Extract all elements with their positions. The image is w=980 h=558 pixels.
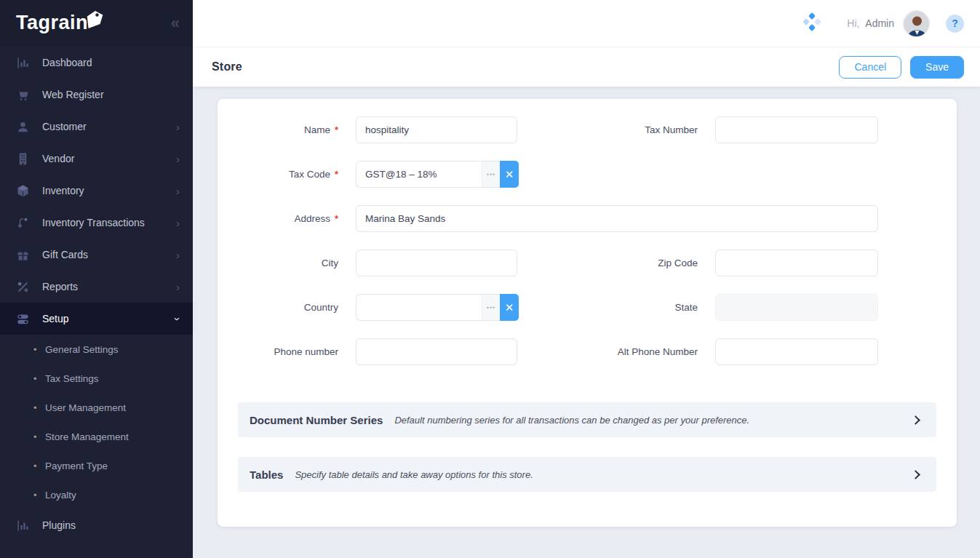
cart-icon [15, 87, 31, 103]
bullet-icon [33, 490, 45, 501]
transactions-icon [15, 215, 31, 231]
accordion-sections: Document Number Series Default numbering… [218, 383, 957, 492]
user-avatar[interactable] [903, 10, 930, 37]
bar-chart-icon [15, 517, 31, 533]
greeting-prefix: Hi, [847, 17, 859, 29]
lookup-ellipsis-icon[interactable] [482, 161, 500, 188]
sidebar-nav: Dashboard Web Register Customer Vendor [0, 47, 193, 558]
reports-icon [15, 279, 31, 295]
label-text: Address [294, 213, 330, 224]
cancel-button[interactable]: Cancel [839, 56, 901, 79]
chevron-down-icon [176, 314, 180, 324]
form-row: City Zip Code [218, 250, 957, 276]
sidebar-item-plugins[interactable]: Plugins [0, 509, 193, 541]
country-label: Country [218, 302, 338, 313]
alt-phone-number-input[interactable] [715, 338, 878, 365]
clear-x-icon[interactable] [500, 294, 519, 321]
bullet-icon [33, 431, 45, 442]
zip-code-input[interactable] [715, 250, 878, 276]
brand-logo[interactable]: Tagrain [16, 12, 104, 35]
label-text: Tax Code [289, 169, 330, 180]
city-input[interactable] [356, 250, 517, 276]
tax-number-input[interactable] [715, 116, 878, 143]
sidebar-collapse-icon[interactable]: « [171, 15, 180, 31]
apps-diamond-icon[interactable] [802, 12, 822, 35]
sidebar-item-dashboard[interactable]: Dashboard [0, 47, 193, 79]
name-input[interactable] [356, 116, 517, 143]
clear-x-icon[interactable] [500, 161, 519, 188]
app-root: { "app": { "brand": "Tagrain" }, "sideba… [0, 0, 980, 558]
sidebar-item-reports[interactable]: Reports [0, 271, 193, 303]
help-icon[interactable] [946, 15, 964, 33]
form-row: Phone number Alt Phone Number [218, 338, 957, 365]
user-name: Admin [865, 17, 894, 29]
setup-submenu: General Settings Tax Settings User Manag… [0, 335, 193, 509]
label-text: Zip Code [658, 258, 698, 268]
page-header: Store Cancel Save [193, 47, 980, 87]
form-row: Country State [218, 294, 957, 321]
sidebar-item-label: Inventory [42, 185, 176, 196]
state-label: State [574, 302, 698, 313]
form-row: Tax Code [218, 161, 957, 188]
store-form: Name Tax Number Tax Code [218, 116, 957, 365]
submenu-item-loyalty[interactable]: Loyalty [0, 480, 193, 509]
tax-code-label: Tax Code [218, 169, 338, 180]
store-form-card: Name Tax Number Tax Code [218, 99, 957, 527]
submenu-item-user-management[interactable]: User Management [0, 393, 193, 422]
person-icon [15, 119, 31, 135]
label-text: Phone number [274, 346, 338, 357]
section-title: Document Number Series [250, 414, 383, 426]
tax-number-label: Tax Number [574, 124, 698, 135]
section-document-number-series[interactable]: Document Number Series Default numbering… [238, 402, 936, 437]
submenu-item-tax-settings[interactable]: Tax Settings [0, 364, 193, 393]
sidebar-item-label: Customer [42, 121, 176, 132]
sidebar-item-vendor[interactable]: Vendor [0, 143, 193, 175]
address-input[interactable] [356, 205, 878, 232]
chevron-right-icon [911, 415, 920, 425]
sidebar-item-label: Gift Cards [42, 249, 176, 260]
submenu-item-label: Loyalty [45, 490, 76, 501]
submenu-item-general-settings[interactable]: General Settings [0, 335, 193, 364]
city-label: City [218, 258, 338, 268]
submenu-item-label: General Settings [45, 344, 119, 355]
required-asterisk [335, 213, 338, 224]
sidebar-item-customer[interactable]: Customer [0, 111, 193, 143]
section-description: Specify table details and take away opti… [295, 469, 912, 480]
label-text: Country [304, 302, 338, 313]
chevron-right-icon [176, 186, 180, 196]
submenu-item-payment-type[interactable]: Payment Type [0, 451, 193, 480]
bullet-icon [33, 461, 45, 471]
tax-code-combo [356, 161, 519, 188]
zip-code-label: Zip Code [574, 258, 698, 268]
country-combo [356, 294, 519, 321]
submenu-item-label: Tax Settings [45, 373, 99, 384]
submenu-item-store-management[interactable]: Store Management [0, 422, 193, 451]
tax-code-input[interactable] [356, 161, 482, 188]
content-area: Name Tax Number Tax Code [193, 87, 980, 558]
toggles-icon [15, 311, 31, 327]
section-tables[interactable]: Tables Specify table details and take aw… [238, 457, 936, 492]
country-input[interactable] [356, 294, 482, 321]
chevron-right-icon [176, 154, 180, 164]
sidebar-item-inventory-transactions[interactable]: Inventory Transactions [0, 207, 193, 239]
phone-number-input[interactable] [356, 338, 517, 365]
sidebar-item-web-register[interactable]: Web Register [0, 79, 193, 111]
bullet-icon [33, 344, 45, 355]
lookup-ellipsis-icon[interactable] [482, 294, 500, 321]
sidebar-item-gift-cards[interactable]: Gift Cards [0, 239, 193, 271]
submenu-item-label: User Management [45, 402, 126, 413]
sidebar-item-label: Dashboard [42, 57, 180, 68]
form-row: Address [218, 205, 957, 232]
cube-icon [15, 183, 31, 199]
bullet-icon [33, 373, 45, 384]
chevron-right-icon [176, 121, 180, 132]
save-button[interactable]: Save [910, 56, 964, 79]
price-tag-icon [85, 10, 104, 35]
sidebar-item-inventory[interactable]: Inventory [0, 175, 193, 207]
header-actions: Cancel Save [839, 56, 964, 79]
label-text: Tax Number [645, 124, 698, 135]
section-description: Default numbering series for all transac… [394, 415, 912, 426]
main-area: Hi, Admin Store Cancel Save Name [193, 0, 980, 558]
name-label: Name [218, 124, 338, 135]
sidebar-item-setup[interactable]: Setup [0, 303, 193, 335]
